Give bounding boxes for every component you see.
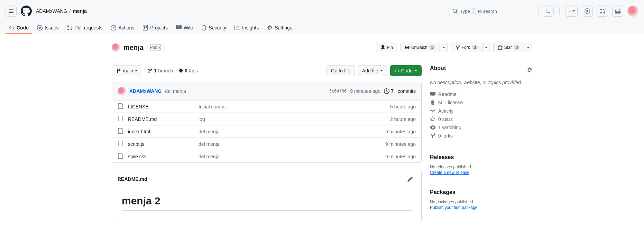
create-new-button[interactable]	[565, 6, 578, 17]
eye-icon	[405, 45, 410, 50]
fork-icon	[430, 133, 435, 139]
file-commit-msg[interactable]: log	[199, 116, 385, 122]
file-icon	[118, 103, 123, 110]
commit-time[interactable]: 9 minutes ago	[350, 88, 380, 94]
file-name-link[interactable]: index.html	[128, 129, 194, 134]
breadcrumb: ADAMxWANG / menja	[36, 8, 87, 14]
watch-dropdown[interactable]	[440, 43, 448, 52]
github-icon	[21, 6, 32, 17]
commit-author-avatar[interactable]	[118, 87, 126, 95]
notifications-button[interactable]	[612, 6, 623, 17]
file-icon	[118, 103, 123, 109]
tab-projects-label: Projects	[150, 25, 168, 30]
latest-commit-bar: ADAMxWANG del menja 5c64f66 9 minutes ag…	[112, 82, 421, 100]
main-column: main 1 branch 0 tags Go to file Add file…	[112, 65, 422, 222]
readme-body: menja 2	[112, 188, 421, 222]
commit-sha[interactable]: 5c64f66	[329, 89, 347, 94]
tab-wiki-label: Wiki	[184, 25, 193, 30]
github-logo[interactable]	[21, 6, 32, 17]
unwatch-button[interactable]: Unwatch1	[400, 43, 440, 52]
star-icon	[498, 45, 503, 50]
tab-wiki[interactable]: Wiki	[173, 22, 196, 34]
about-section: About No description, website, or topics…	[430, 65, 532, 147]
breadcrumb-owner[interactable]: ADAMxWANG	[36, 8, 67, 14]
readme-filename-link[interactable]: README.md	[118, 176, 147, 182]
search-placeholder-2: to search	[478, 9, 497, 14]
file-icon	[118, 116, 123, 122]
star-dropdown[interactable]	[524, 43, 532, 52]
plus-icon	[568, 9, 572, 14]
activity-link[interactable]: Activity	[430, 107, 532, 115]
commits-count: 7	[391, 88, 394, 94]
branch-select-button[interactable]: main	[112, 65, 142, 76]
book-icon	[430, 91, 435, 97]
file-row: style.cssdel menja9 minutes ago	[112, 150, 421, 162]
file-name-link[interactable]: style.css	[128, 154, 194, 159]
tab-issues[interactable]: Issues	[34, 22, 62, 34]
add-file-button[interactable]: Add file	[358, 65, 387, 76]
hamburger-menu-button[interactable]	[6, 6, 17, 17]
repo-header: menja Public Pin Unwatch1 Fork0 Star0	[112, 43, 532, 58]
branches-link[interactable]: 1 branch	[148, 68, 173, 73]
license-link[interactable]: MIT license	[430, 98, 532, 107]
file-name-link[interactable]: script.js	[128, 141, 194, 147]
caret-down-icon	[135, 70, 138, 71]
file-name-link[interactable]: LICENSE	[128, 104, 194, 109]
tab-pr-label: Pull requests	[74, 25, 102, 30]
releases-none: No releases published	[430, 165, 532, 169]
user-avatar[interactable]	[627, 6, 638, 17]
tab-settings[interactable]: Settings	[264, 22, 296, 34]
file-icon	[118, 128, 123, 134]
commit-message[interactable]: del menja	[165, 88, 186, 94]
tab-security[interactable]: Security	[197, 22, 230, 34]
file-name-link[interactable]: README.md	[128, 116, 194, 122]
search-input[interactable]: Type / to search	[449, 6, 539, 16]
readme-link[interactable]: Readme	[430, 90, 532, 98]
pin-button[interactable]: Pin	[376, 43, 397, 52]
tab-code[interactable]: Code	[6, 22, 32, 34]
create-release-link[interactable]: Create a new release	[430, 170, 469, 175]
publish-package-link[interactable]: Publish your first package	[430, 205, 477, 210]
file-row: index.htmldel menja9 minutes ago	[112, 125, 421, 138]
breadcrumb-repo[interactable]: menja	[73, 8, 86, 14]
go-to-file-button[interactable]: Go to file	[326, 65, 355, 76]
command-palette-button[interactable]	[543, 6, 554, 17]
fork-button-group: Fork0	[451, 43, 490, 52]
file-commit-msg[interactable]: del menja	[199, 129, 380, 134]
actions-icon	[111, 25, 116, 30]
watching-link[interactable]: 1 watching	[430, 123, 532, 132]
file-commit-msg[interactable]: del menja	[199, 154, 380, 159]
tab-code-label: Code	[17, 25, 29, 30]
file-commit-msg[interactable]: del menja	[199, 141, 380, 147]
edit-readme-button[interactable]	[405, 174, 416, 185]
tab-projects[interactable]: Projects	[139, 22, 171, 34]
fork-dropdown[interactable]	[482, 43, 490, 52]
stars-link[interactable]: 0 stars	[430, 115, 532, 123]
visibility-badge: Public	[147, 44, 165, 51]
tab-issues-label: Issues	[45, 25, 58, 30]
pull-requests-button[interactable]	[597, 6, 608, 17]
packages-none: No packages published	[430, 200, 532, 204]
tags-link[interactable]: 0 tags	[178, 68, 198, 73]
issues-button[interactable]	[582, 6, 593, 17]
star-button[interactable]: Star0	[493, 43, 524, 52]
tab-pull-requests[interactable]: Pull requests	[63, 22, 106, 34]
file-listing: ADAMxWANG del menja 5c64f66 9 minutes ag…	[112, 82, 422, 163]
star-label: Star	[504, 45, 512, 50]
file-icon	[118, 153, 123, 159]
issues-icon	[37, 25, 43, 30]
about-settings-button[interactable]	[527, 67, 532, 74]
caret-down-icon	[380, 70, 383, 71]
tab-security-label: Security	[209, 25, 226, 30]
tab-insights[interactable]: Insights	[231, 22, 262, 34]
file-commit-msg[interactable]: Initial commit	[199, 104, 385, 109]
commit-author[interactable]: ADAMxWANG	[129, 88, 162, 94]
code-button[interactable]: Code	[390, 65, 422, 76]
forks-link[interactable]: 0 forks	[430, 132, 532, 140]
fork-button[interactable]: Fork0	[451, 43, 482, 52]
commits-link[interactable]: 7 commits	[384, 88, 416, 94]
caret-down-icon	[527, 47, 530, 48]
watch-button-group: Unwatch1	[400, 43, 448, 52]
tab-actions[interactable]: Actions	[107, 22, 138, 34]
file-commit-time: 2 hours ago	[390, 116, 416, 122]
